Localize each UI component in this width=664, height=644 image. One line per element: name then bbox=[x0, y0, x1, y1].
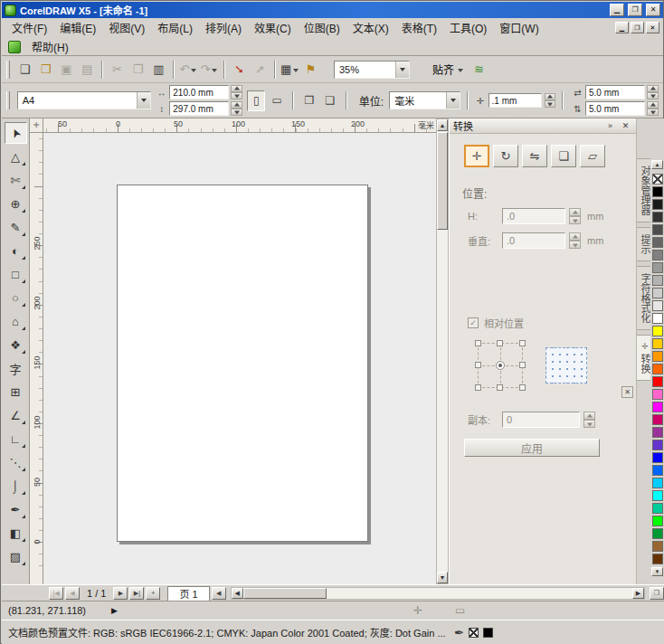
drawing-canvas[interactable] bbox=[43, 133, 436, 584]
next-page-button[interactable]: ▶ bbox=[113, 587, 128, 600]
menu-layout[interactable]: 布局(L) bbox=[151, 17, 199, 38]
spin-down-icon[interactable] bbox=[647, 109, 659, 116]
dropdown-icon[interactable] bbox=[291, 60, 299, 79]
color-swatch[interactable] bbox=[652, 250, 663, 260]
anchor-bottom-center[interactable] bbox=[497, 384, 503, 391]
docker-group-close-button[interactable]: ✕ bbox=[621, 386, 633, 398]
relative-position-checkbox[interactable]: ✓ bbox=[468, 317, 479, 328]
page-width-input[interactable]: 210.0 mm bbox=[169, 85, 229, 99]
spin-down-icon[interactable] bbox=[231, 92, 242, 99]
menu-edit[interactable]: 编辑(E) bbox=[53, 17, 102, 38]
dropdown-icon[interactable] bbox=[137, 92, 150, 109]
color-swatch[interactable] bbox=[652, 212, 663, 223]
menu-text[interactable]: 文本(X) bbox=[346, 17, 395, 38]
import-button[interactable]: ➘ bbox=[229, 59, 250, 80]
snap-to-button[interactable]: 贴齐 bbox=[428, 59, 469, 80]
color-swatch[interactable] bbox=[652, 516, 663, 526]
color-swatch[interactable] bbox=[652, 300, 663, 311]
first-page-button[interactable]: |◀ bbox=[49, 587, 63, 600]
color-swatch[interactable] bbox=[652, 452, 663, 463]
basic-shapes-tool[interactable]: ❖ bbox=[5, 334, 27, 355]
spin-up-icon[interactable] bbox=[583, 412, 595, 420]
fill-tool[interactable]: ◧ bbox=[5, 522, 27, 544]
landscape-button[interactable]: ▭ bbox=[268, 90, 286, 111]
scroll-right-icon[interactable]: ▶ bbox=[632, 588, 644, 599]
rectangle-tool[interactable]: □ bbox=[5, 263, 27, 285]
fill-color-swatch[interactable] bbox=[483, 628, 493, 638]
spin-down-icon[interactable] bbox=[569, 241, 581, 249]
color-swatch[interactable] bbox=[652, 528, 663, 539]
color-swatch[interactable] bbox=[652, 440, 663, 450]
open-button[interactable]: ❒ bbox=[35, 59, 56, 80]
outline-color-swatch[interactable] bbox=[469, 628, 479, 638]
copy-button[interactable]: ❐ bbox=[128, 59, 148, 80]
vertical-scrollbar[interactable]: ▲ ▼ bbox=[436, 118, 449, 584]
vertical-scroll-thumb[interactable] bbox=[437, 132, 448, 230]
duplicate-x-input[interactable]: 5.0 mm bbox=[585, 85, 645, 99]
menu-view[interactable]: 视图(V) bbox=[102, 17, 151, 38]
menu-table[interactable]: 表格(T) bbox=[395, 17, 443, 38]
color-swatch[interactable] bbox=[652, 224, 663, 235]
units-select[interactable]: 毫米 bbox=[389, 91, 460, 109]
menu-tools[interactable]: 工具(O) bbox=[443, 17, 493, 38]
minimize-button[interactable]: ▁ bbox=[610, 4, 624, 16]
table-tool[interactable]: ⊞ bbox=[5, 381, 27, 402]
dimension-tool[interactable]: ∠ bbox=[5, 404, 27, 426]
horizontal-scroll-thumb[interactable] bbox=[243, 588, 327, 599]
anchor-center[interactable] bbox=[496, 361, 505, 370]
anchor-point-grid[interactable] bbox=[475, 340, 526, 391]
close-button[interactable]: ✕ bbox=[646, 4, 660, 16]
color-swatch[interactable] bbox=[652, 326, 663, 336]
anchor-top-left[interactable] bbox=[475, 340, 481, 346]
welcome-screen-button[interactable]: ⚑ bbox=[300, 59, 321, 80]
ellipse-tool[interactable]: ○ bbox=[5, 287, 27, 308]
spin-up-icon[interactable] bbox=[231, 85, 242, 92]
dropdown-icon[interactable] bbox=[189, 60, 197, 79]
color-swatch[interactable] bbox=[652, 275, 663, 286]
scroll-down-icon[interactable]: ▼ bbox=[437, 572, 448, 583]
options-button[interactable]: ≋ bbox=[469, 59, 489, 80]
document-close-button[interactable]: ✕ bbox=[646, 22, 659, 33]
menu-effects[interactable]: 效果(C) bbox=[248, 17, 298, 38]
transform-scale-mirror-button[interactable]: ⇋ bbox=[522, 145, 547, 167]
color-swatch[interactable] bbox=[652, 554, 663, 564]
last-page-button[interactable]: ▶| bbox=[129, 587, 144, 600]
save-button[interactable]: ▣ bbox=[56, 59, 77, 80]
transform-position-button[interactable]: ✛ bbox=[464, 145, 489, 167]
color-swatch[interactable] bbox=[652, 427, 663, 438]
tab-scroll-button[interactable]: ◀ bbox=[212, 587, 226, 600]
menu-window[interactable]: 窗口(W) bbox=[493, 17, 545, 38]
spin-up-icon[interactable] bbox=[569, 208, 581, 216]
duplicate-y-input[interactable]: 5.0 mm bbox=[585, 101, 645, 116]
restore-button[interactable]: ❐ bbox=[628, 4, 642, 16]
anchor-middle-right[interactable] bbox=[519, 362, 526, 368]
transform-rotate-button[interactable]: ↻ bbox=[493, 145, 518, 167]
palette-scroll-down-icon[interactable]: ▼ bbox=[651, 567, 663, 576]
outline-pen-tool[interactable]: ✒ bbox=[5, 498, 27, 520]
spin-up-icon[interactable] bbox=[231, 101, 242, 109]
spin-down-icon[interactable] bbox=[583, 420, 595, 428]
portrait-button[interactable]: ▯ bbox=[247, 90, 265, 111]
docker-close-button[interactable]: ✕ bbox=[619, 119, 632, 132]
zoom-level-select[interactable]: 35% bbox=[334, 61, 410, 79]
menu-bitmaps[interactable]: 位图(B) bbox=[298, 17, 346, 38]
v-position-input[interactable]: .0 bbox=[502, 232, 565, 249]
spin-up-icon[interactable] bbox=[647, 101, 659, 109]
color-swatch[interactable] bbox=[652, 174, 663, 185]
copies-input[interactable]: 0 bbox=[502, 412, 580, 428]
menu-help[interactable]: 帮助(H) bbox=[25, 36, 75, 57]
horizontal-scrollbar[interactable]: ◀ ▶ bbox=[231, 587, 645, 600]
export-button[interactable]: ➚ bbox=[250, 59, 270, 80]
redo-button[interactable]: ↷ bbox=[199, 59, 220, 80]
all-pages-button[interactable]: ❐ bbox=[300, 90, 318, 111]
color-swatch[interactable] bbox=[652, 465, 663, 476]
document-restore-button[interactable]: ❐ bbox=[631, 22, 644, 33]
anchor-bottom-left[interactable] bbox=[475, 384, 481, 391]
crop-tool[interactable]: ✄ bbox=[5, 169, 27, 191]
anchor-middle-left[interactable] bbox=[475, 362, 481, 368]
spin-down-icon[interactable] bbox=[569, 216, 581, 224]
spin-up-icon[interactable] bbox=[647, 85, 659, 92]
document-minimize-button[interactable]: ▁ bbox=[615, 22, 629, 33]
interactive-fill-tool[interactable]: ▨ bbox=[5, 545, 27, 567]
freehand-tool[interactable]: ✎ bbox=[5, 216, 27, 238]
